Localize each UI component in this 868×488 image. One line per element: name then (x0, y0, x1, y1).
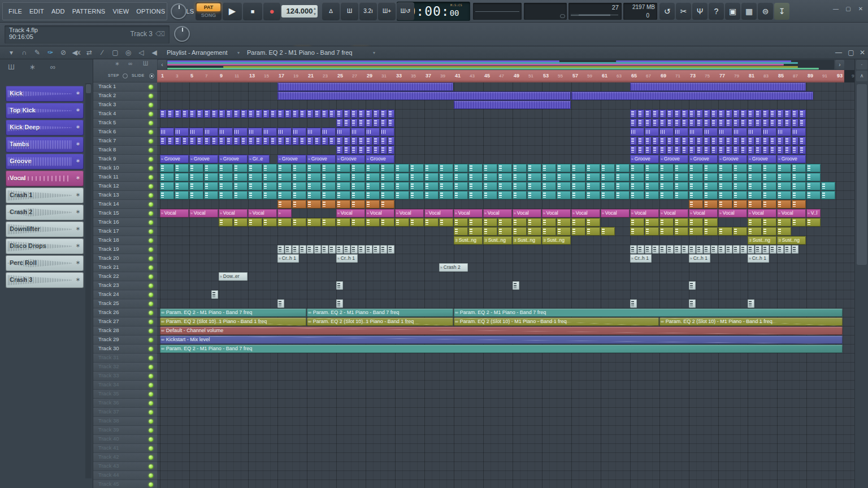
clip[interactable] (226, 137, 233, 145)
picker-item-perc-roll[interactable]: Perc Roll∗ (6, 255, 84, 271)
clip[interactable] (637, 137, 644, 145)
clip[interactable] (314, 137, 321, 145)
clip[interactable] (674, 146, 681, 154)
clip[interactable] (704, 119, 710, 127)
clip[interactable] (792, 182, 806, 190)
clip[interactable] (557, 218, 571, 226)
clip[interactable] (711, 146, 718, 154)
clip[interactable] (285, 137, 292, 145)
clip[interactable]: ≈Vocal (571, 209, 600, 217)
clip[interactable] (704, 227, 718, 236)
clip[interactable] (366, 200, 380, 208)
menu-add[interactable]: ADD (51, 8, 65, 15)
clip[interactable] (718, 110, 725, 118)
clip[interactable] (307, 164, 321, 172)
track-row[interactable]: Track 35 (93, 390, 157, 399)
clip[interactable] (395, 182, 409, 190)
clip[interactable] (748, 173, 762, 181)
clip[interactable] (322, 137, 328, 145)
track-row[interactable]: Track 11 (93, 173, 157, 182)
clip[interactable] (322, 182, 336, 190)
clip[interactable] (248, 137, 255, 145)
clip[interactable] (358, 119, 365, 127)
clip[interactable] (792, 218, 806, 226)
clip[interactable] (277, 173, 292, 181)
clip[interactable] (659, 128, 674, 136)
clip[interactable] (175, 173, 189, 181)
delete-tool-icon[interactable]: ⊘ (58, 46, 69, 59)
automation-clip[interactable]: ∞Param. EQ 2 - M1 Piano - Band 7 freq (307, 308, 453, 317)
clip[interactable] (659, 245, 666, 254)
clip[interactable] (351, 245, 358, 254)
track-enable-led[interactable] (149, 139, 153, 143)
clip[interactable] (248, 173, 262, 181)
clip[interactable] (307, 218, 321, 226)
clip[interactable] (586, 182, 600, 190)
clip[interactable] (674, 218, 688, 226)
clip[interactable] (263, 137, 270, 145)
tempo-spinner[interactable]: ▲▼ (313, 6, 316, 17)
clip[interactable] (277, 299, 284, 308)
clip[interactable] (637, 245, 644, 254)
clip[interactable] (784, 146, 791, 154)
track-enable-led[interactable] (149, 193, 153, 198)
clip[interactable] (667, 110, 674, 118)
clip[interactable] (645, 218, 659, 226)
track-enable-led[interactable] (149, 121, 153, 125)
track-enable-led[interactable] (149, 265, 153, 270)
clip[interactable] (189, 137, 196, 145)
slide-toggle[interactable] (149, 73, 154, 79)
clip[interactable] (821, 191, 835, 199)
clip[interactable] (358, 110, 365, 118)
clip[interactable] (659, 119, 666, 127)
clip[interactable] (241, 137, 248, 145)
picker-item-crash-3[interactable]: Crash 3∗ (6, 272, 84, 288)
clip[interactable] (380, 173, 394, 181)
scroll-up-button[interactable]: ∧ (856, 71, 867, 81)
track-enable-led[interactable] (149, 256, 153, 261)
clip[interactable] (336, 119, 343, 127)
clip[interactable] (784, 245, 791, 254)
track-enable-led[interactable] (149, 103, 153, 107)
clip[interactable] (248, 110, 255, 118)
picker-item-disco-drops[interactable]: Disco Drops∗ (6, 238, 84, 254)
tempo-display[interactable]: 124.000▲▼ (281, 5, 318, 18)
clip[interactable] (777, 173, 791, 181)
clip[interactable] (689, 182, 703, 190)
clip[interactable] (527, 182, 541, 190)
clip[interactable] (762, 173, 776, 181)
clip[interactable] (586, 227, 600, 236)
clip[interactable]: ≈Groove (189, 155, 218, 163)
clip[interactable] (263, 191, 277, 199)
clip[interactable] (204, 110, 211, 118)
clip[interactable] (674, 128, 688, 136)
clip[interactable] (388, 137, 394, 145)
clip[interactable] (645, 245, 652, 254)
paint-tool-icon[interactable]: ✑ (45, 46, 56, 59)
track-enable-led[interactable] (149, 247, 153, 252)
clip[interactable] (513, 164, 527, 172)
clip[interactable] (630, 245, 637, 254)
save-new-version-button[interactable]: ▦ (741, 3, 757, 20)
clip[interactable] (233, 191, 248, 199)
clip[interactable]: ≈Groove (277, 155, 306, 163)
clip[interactable] (762, 182, 776, 190)
clip[interactable] (718, 128, 732, 136)
clip[interactable]: ≈Vocal (248, 209, 277, 217)
playback-tool-icon[interactable]: ◁ (136, 46, 147, 59)
clip[interactable] (704, 164, 718, 172)
clip[interactable] (674, 182, 688, 190)
clip[interactable] (424, 164, 439, 172)
clip[interactable] (718, 227, 732, 236)
clip[interactable] (395, 173, 409, 181)
clip[interactable] (277, 218, 292, 226)
clip[interactable] (160, 110, 167, 118)
clip[interactable] (777, 245, 784, 254)
picker-item-groove[interactable]: Groove∗ (6, 154, 84, 169)
track-enable-led[interactable] (149, 473, 153, 478)
clip[interactable] (542, 173, 556, 181)
clip[interactable] (740, 245, 747, 254)
clip[interactable] (762, 119, 769, 127)
clip[interactable] (704, 191, 718, 199)
clip[interactable] (711, 245, 718, 254)
